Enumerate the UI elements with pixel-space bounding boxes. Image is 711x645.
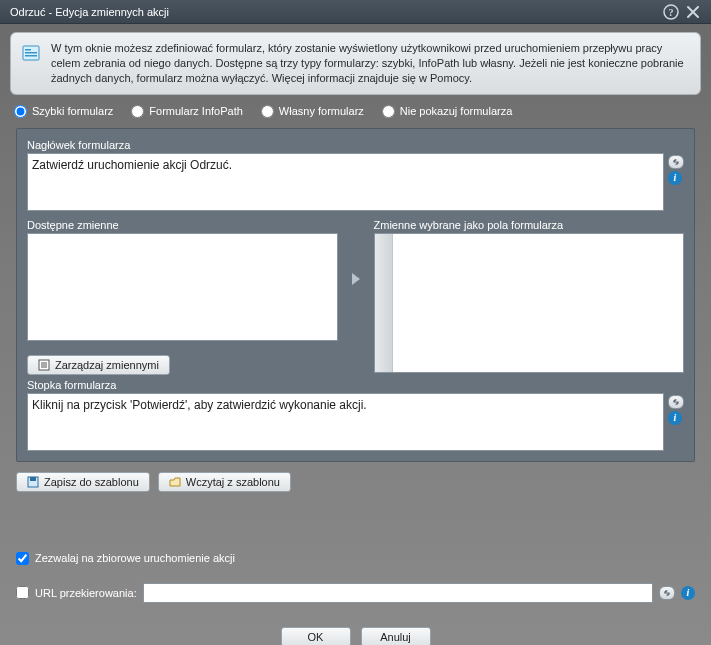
form-header-textarea[interactable] [27, 153, 664, 211]
ok-button[interactable]: OK [281, 627, 351, 645]
radio-quick-input[interactable] [14, 105, 27, 118]
redirect-url-help-icon[interactable]: i [681, 586, 695, 600]
svg-rect-4 [25, 52, 37, 54]
radio-no-form[interactable]: Nie pokazuj formularza [382, 105, 513, 118]
save-template-label: Zapisz do szablonu [44, 476, 139, 488]
radio-infopath-input[interactable] [131, 105, 144, 118]
manage-variables-button[interactable]: Zarządzaj zmiennymi [27, 355, 170, 375]
cancel-button[interactable]: Anuluj [361, 627, 431, 645]
footer-link-icon[interactable] [668, 395, 684, 409]
help-icon[interactable]: ? [663, 4, 679, 20]
allow-bulk-label[interactable]: Zezwalaj na zbiorowe uruchomienie akcji [35, 552, 235, 564]
window-title: Odrzuć - Edycja zmiennych akcji [10, 6, 169, 18]
svg-rect-5 [25, 55, 37, 57]
redirect-url-label[interactable]: URL przekierowania: [35, 587, 137, 599]
move-right-button[interactable] [348, 271, 364, 290]
radio-quick-label: Szybki formularz [32, 105, 113, 117]
radio-none-label: Nie pokazuj formularza [400, 105, 513, 117]
radio-custom-input[interactable] [261, 105, 274, 118]
load-template-button[interactable]: Wczytaj z szablonu [158, 472, 291, 492]
selected-vars-label: Zmienne wybrane jako pola formularza [374, 219, 685, 231]
quick-form-panel: Nagłówek formularza i Dostępne zmienne Z… [16, 128, 695, 462]
radio-infopath-form[interactable]: Formularz InfoPath [131, 105, 243, 118]
form-info-icon [21, 43, 41, 63]
manage-variables-label: Zarządzaj zmiennymi [55, 359, 159, 371]
svg-text:?: ? [669, 7, 674, 18]
available-vars-label: Dostępne zmienne [27, 219, 338, 231]
header-link-icon[interactable] [668, 155, 684, 169]
radio-infopath-label: Formularz InfoPath [149, 105, 243, 117]
footer-label: Stopka formularza [27, 379, 684, 391]
svg-rect-3 [25, 49, 31, 51]
redirect-url-input[interactable] [143, 583, 653, 603]
selected-vars-gutter [375, 234, 393, 372]
selected-vars-listbox[interactable] [374, 233, 685, 373]
radio-none-input[interactable] [382, 105, 395, 118]
redirect-url-checkbox[interactable] [16, 586, 29, 599]
save-template-button[interactable]: Zapisz do szablonu [16, 472, 150, 492]
form-type-radio-group: Szybki formularz Formularz InfoPath Włas… [0, 103, 711, 128]
header-help-icon[interactable]: i [668, 171, 682, 185]
footer-help-icon[interactable]: i [668, 411, 682, 425]
close-icon[interactable] [685, 4, 701, 20]
redirect-url-link-icon[interactable] [659, 586, 675, 600]
available-vars-listbox[interactable] [27, 233, 338, 341]
svg-rect-8 [30, 477, 36, 481]
info-banner: W tym oknie możesz zdefiniować formularz… [10, 32, 701, 95]
titlebar: Odrzuć - Edycja zmiennych akcji ? [0, 0, 711, 24]
load-template-label: Wczytaj z szablonu [186, 476, 280, 488]
header-label: Nagłówek formularza [27, 139, 684, 151]
radio-custom-form[interactable]: Własny formularz [261, 105, 364, 118]
radio-quick-form[interactable]: Szybki formularz [14, 105, 113, 118]
info-text: W tym oknie możesz zdefiniować formularz… [51, 41, 690, 86]
radio-custom-label: Własny formularz [279, 105, 364, 117]
cancel-label: Anuluj [380, 631, 411, 643]
allow-bulk-checkbox[interactable] [16, 552, 29, 565]
ok-label: OK [308, 631, 324, 643]
titlebar-controls: ? [663, 4, 701, 20]
form-footer-textarea[interactable] [27, 393, 664, 451]
